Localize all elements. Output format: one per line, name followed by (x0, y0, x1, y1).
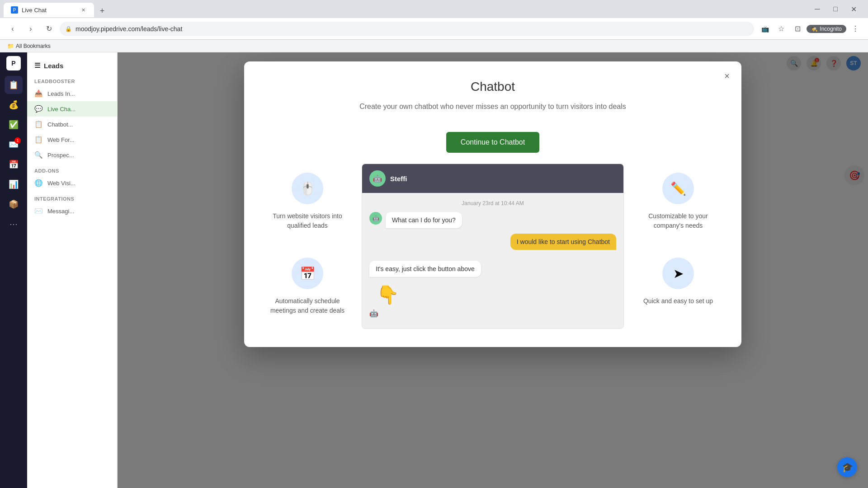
pointing-emoji: 👇 (377, 285, 399, 305)
bot-avatar-1: 🤖 (369, 212, 382, 225)
incognito-label: Incognito (820, 26, 842, 32)
feature-customizable: ✏️ Customizable to your company's needs (633, 164, 723, 230)
feature-schedule: 📅 Automatically schedule meetings and cr… (262, 249, 353, 315)
easy-setup-icon: ➤ (662, 258, 694, 289)
modal-body: 🖱️ Turn website visitors into qualified … (244, 164, 741, 347)
feature-easy-setup-text: Quick and easy to set up (643, 296, 713, 306)
bookmarks-label-text: All Bookmarks (16, 43, 51, 49)
address-bar[interactable]: 🔒 moodjoy.pipedrive.com/leads/live-chat (60, 22, 754, 36)
icon-sidebar: P 📋 💰 ✅ ✉️ 1 📅 📊 📦 ⋯ (0, 52, 27, 488)
main-sidebar: ☰ Leads LEADBOOSTER 📥 Leads In... 💬 Live… (27, 52, 118, 488)
sidebar-icon-analytics[interactable]: 📊 (5, 175, 23, 193)
menu-button[interactable]: ⋮ (848, 22, 863, 36)
sidebar-icon-products[interactable]: 📦 (5, 195, 23, 213)
bookmarks-bar: 📁 All Bookmarks (0, 40, 868, 52)
integrations-section-label: INTEGRATIONS (27, 191, 117, 203)
website-visitors-icon: 🖱️ (292, 173, 323, 204)
tab-title: Live Chat (22, 7, 47, 14)
forward-button[interactable]: › (24, 22, 38, 36)
sidebar-item-web-forms[interactable]: 📋 Web For... (27, 132, 117, 147)
modal-close-button[interactable]: × (720, 69, 734, 83)
sidebar-icon-calendar[interactable]: 📅 (5, 155, 23, 174)
live-chat-icon: 💬 (34, 105, 43, 113)
sidebar-item-leads-inbox[interactable]: 📥 Leads In... (27, 86, 117, 101)
feature-easy-setup: ➤ Quick and easy to set up (633, 249, 723, 306)
sidebar-toggle-icon[interactable]: ☰ (34, 61, 40, 70)
web-forms-label: Web For... (47, 136, 75, 143)
chat-message-bot-1: 🤖 What can I do for you? (369, 212, 616, 228)
new-tab-button[interactable]: + (96, 5, 108, 17)
prospector-label: Prospec... (47, 152, 74, 159)
messaging-label: Messagi... (47, 208, 74, 215)
sidebar-toggle[interactable]: ⊡ (790, 22, 805, 36)
chatbot-modal: × Chatbot Create your own chatbot who ne… (244, 61, 741, 347)
feature-website-visitors: 🖱️ Turn website visitors into qualified … (262, 164, 353, 230)
addons-section-label: ADD-ONS (27, 163, 117, 175)
chatbot-icon: 📋 (34, 120, 43, 128)
sidebar-item-web-visitors[interactable]: 🌐 Web Visi... (27, 175, 117, 191)
sidebar-item-prospector[interactable]: 🔍 Prospec... (27, 147, 117, 163)
bot-bubble-2: It's easy, just click the button above (369, 261, 481, 277)
nav-actions: 📺 ☆ ⊡ 🕵 Incognito ⋮ (758, 22, 863, 36)
tab-favicon: P (11, 6, 18, 14)
sidebar-item-live-chat[interactable]: 💬 Live Cha... (27, 101, 117, 117)
messaging-icon: ✉️ (34, 207, 43, 215)
sidebar-icon-deals[interactable]: 💰 (5, 96, 23, 114)
bookmark-icon[interactable]: ☆ (774, 22, 788, 36)
reload-button[interactable]: ↻ (42, 22, 56, 36)
leads-inbox-label: Leads In... (47, 90, 75, 97)
pipedrive-logo[interactable]: P (6, 56, 21, 70)
bot-bubble-1: What can I do for you? (386, 212, 462, 228)
user-bubble: I would like to start using Chatbot (510, 234, 616, 250)
prospector-icon: 🔍 (34, 151, 43, 159)
lock-icon: 🔒 (65, 26, 72, 32)
modal-cta-area: Continue to Chatbot (244, 132, 741, 153)
incognito-icon: 🕵 (811, 26, 818, 32)
sidebar-icon-more[interactable]: ⋯ (5, 215, 23, 233)
feature-schedule-text: Automatically schedule meetings and crea… (262, 296, 353, 315)
schedule-icon: 📅 (292, 258, 323, 289)
bot-avatar-2: 🤖 (369, 309, 378, 318)
mail-badge: 1 (14, 137, 21, 144)
incognito-badge: 🕵 Incognito (807, 25, 846, 33)
chat-message-bot-2-row: It's easy, just click the button above (369, 261, 616, 281)
navigation-bar: ‹ › ↻ 🔒 moodjoy.pipedrive.com/leads/live… (0, 18, 868, 40)
chat-timestamp: January 23rd at 10:44 AM (369, 200, 616, 206)
folder-icon: 📁 (7, 43, 14, 49)
feature-customizable-text: Customizable to your company's needs (633, 211, 723, 230)
modal-title: Chatbot (262, 80, 723, 94)
sidebar-title: Leads (44, 62, 63, 70)
chat-preview: 🤖 Steffi January 23rd at 10:44 AM 🤖 What… (362, 164, 624, 329)
maximize-button[interactable]: □ (828, 2, 843, 16)
web-visitors-label: Web Visi... (47, 180, 75, 187)
leads-inbox-icon: 📥 (34, 89, 43, 98)
sidebar-icon-leads[interactable]: 📋 (5, 76, 23, 94)
sidebar-item-messaging[interactable]: ✉️ Messagi... (27, 203, 117, 219)
cast-icon[interactable]: 📺 (758, 22, 772, 36)
close-window-button[interactable]: ✕ (846, 2, 861, 16)
customizable-icon: ✏️ (662, 173, 694, 204)
leadbooster-section-label: LEADBOOSTER (27, 73, 117, 86)
modal-subtitle: Create your own chatbot who never misses… (262, 101, 723, 112)
sidebar-item-chatbot[interactable]: 📋 Chatbot... (27, 117, 117, 132)
bookmarks-folder[interactable]: 📁 All Bookmarks (7, 43, 51, 49)
web-visitors-icon: 🌐 (34, 179, 43, 187)
sidebar-icon-activities[interactable]: ✅ (5, 116, 23, 134)
help-icon: 🎓 (842, 462, 853, 473)
minimize-button[interactable]: ─ (810, 2, 825, 16)
main-content: 🔍 🔔 1 ❓ ST 🎯 × Chatbot Create your own c… (118, 52, 868, 488)
chatbot-label: Chatbot... (47, 121, 73, 128)
feature-website-visitors-text: Turn website visitors into qualified lea… (262, 211, 353, 230)
browser-tab[interactable]: P Live Chat ✕ (4, 3, 94, 17)
back-button[interactable]: ‹ (5, 22, 20, 36)
live-chat-label: Live Cha... (47, 106, 75, 113)
chat-header: 🤖 Steffi (362, 164, 623, 193)
modal-overlay: × Chatbot Create your own chatbot who ne… (118, 52, 868, 488)
web-forms-icon: 📋 (34, 136, 43, 144)
tab-close-button[interactable]: ✕ (80, 6, 87, 14)
url-text: moodjoy.pipedrive.com/leads/live-chat (75, 25, 182, 33)
sidebar-icon-mail[interactable]: ✉️ 1 (5, 136, 23, 154)
floating-help-button[interactable]: 🎓 (837, 457, 857, 477)
sidebar-header: ☰ Leads (27, 58, 117, 73)
continue-to-chatbot-button[interactable]: Continue to Chatbot (446, 132, 539, 153)
